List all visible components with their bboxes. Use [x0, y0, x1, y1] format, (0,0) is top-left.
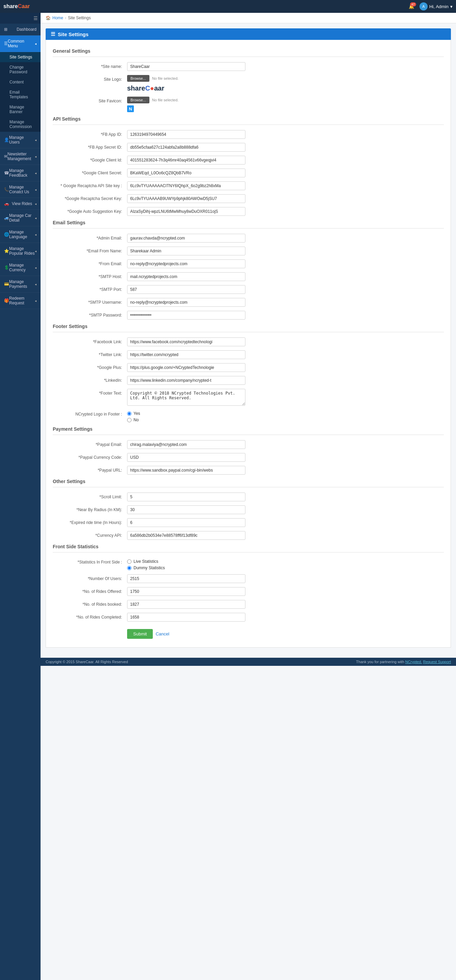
google-auto-suggestion-label: *Google Auto Suggestion Key:: [53, 207, 127, 214]
smtp-host-input[interactable]: [127, 272, 246, 281]
paypal-email-input[interactable]: [127, 440, 246, 449]
sub-item-site-settings[interactable]: Site Settings: [0, 52, 41, 62]
near-by-radius-row: *Near By Radius (In KM):: [53, 505, 444, 514]
sidebar-item-currency[interactable]: 💲 Manage Currency ◂: [0, 259, 41, 276]
rides-completed-input[interactable]: [127, 613, 246, 622]
sub-item-email-templates[interactable]: Email Templates: [0, 87, 41, 102]
email-from-name-input[interactable]: [127, 247, 246, 255]
sidebar-label-newsletter: Newsletter Management: [8, 152, 35, 161]
rides-booked-label: *No. of Rides booked:: [53, 600, 127, 607]
sub-item-content[interactable]: Content: [0, 77, 41, 87]
sidebar-label-feedback: Manage FeedBack: [9, 168, 35, 178]
browse-favicon-button[interactable]: Browse...: [127, 97, 150, 103]
main-content: 🏠 Home › Site Settings ☰ Site Settings G…: [41, 13, 456, 980]
sub-item-change-password[interactable]: Change Password: [0, 62, 41, 77]
user-menu-button[interactable]: A Hi, Admin ▾: [419, 2, 453, 11]
stats-in-front-row: *Statistics In Front Side : Live Statist…: [53, 558, 444, 570]
notification-button[interactable]: 🔔 47: [409, 4, 415, 9]
google-recaptcha-secret-input[interactable]: [127, 194, 246, 203]
payments-icon: 💳: [4, 282, 9, 286]
email-settings-title: Email Settings: [53, 220, 444, 229]
sub-item-manage-commission[interactable]: Manage Commission: [0, 117, 41, 132]
ncrypted-logo-no-radio[interactable]: [127, 418, 131, 422]
sub-item-manage-banner[interactable]: Manage Banner: [0, 102, 41, 117]
linkedin-input[interactable]: [127, 376, 246, 385]
sidebar-item-car-detail[interactable]: 🚙 Manage Car Detail ◂: [0, 210, 41, 226]
rides-offered-input[interactable]: [127, 587, 246, 596]
google-client-id-input[interactable]: [127, 156, 246, 164]
sidebar-toggle[interactable]: ☰: [0, 13, 41, 24]
site-logo-row: Site Logo: Browse... No file selected. s…: [53, 75, 444, 92]
smtp-port-label: *SMTP Port:: [53, 285, 127, 292]
admin-email-input[interactable]: [127, 234, 246, 243]
paypal-currency-input[interactable]: [127, 453, 246, 462]
sidebar-item-redeem[interactable]: 🎁 Redeem Request ◂: [0, 293, 41, 309]
google-client-secret-input[interactable]: [127, 169, 246, 177]
site-name-input[interactable]: [127, 62, 246, 71]
newsletter-icon: ✉: [4, 154, 8, 159]
from-email-label: *From Email:: [53, 259, 127, 266]
sidebar-item-newsletter[interactable]: ✉ Newsletter Management ◂: [0, 148, 41, 165]
fb-app-secret-input[interactable]: [127, 143, 246, 152]
fb-app-id-input[interactable]: [127, 130, 246, 139]
sidebar-item-manage-users[interactable]: 👤 Manage Users ◂: [0, 132, 41, 148]
dropdown-icon: ▾: [450, 4, 453, 9]
sidebar-item-language[interactable]: 🌐 Manage Language ◂: [0, 226, 41, 243]
ncrypted-link[interactable]: NCrypted.: [405, 660, 422, 664]
google-recaptcha-api-row: * Google Recaptcha API Site key :: [53, 181, 444, 190]
smtp-password-input[interactable]: [127, 311, 246, 320]
ncrypted-logo-yes-option[interactable]: Yes: [127, 411, 140, 416]
sidebar-item-feedback[interactable]: ☎ Manage FeedBack ◂: [0, 165, 41, 181]
num-users-input[interactable]: [127, 574, 246, 583]
scroll-limit-input[interactable]: [127, 493, 246, 501]
yes-label: Yes: [134, 411, 140, 416]
breadcrumb-home[interactable]: Home: [53, 16, 63, 20]
live-stats-label: Live Statistics: [134, 559, 158, 564]
sidebar-item-dashboard[interactable]: ⊞ Dashboard: [0, 24, 41, 35]
sidebar-item-popular-rides[interactable]: ⭐ Manage Popular Rides ◂: [0, 243, 41, 259]
ncrypted-logo-yes-radio[interactable]: [127, 412, 131, 416]
twitter-link-input[interactable]: [127, 350, 246, 359]
sidebar-item-common-menu[interactable]: ☰ Common Menu ◂: [0, 35, 41, 52]
site-favicon-upload: Browse... No file selected. N: [127, 97, 179, 112]
from-email-input[interactable]: [127, 259, 246, 268]
chevron-icon-popular-rides: ◂: [35, 249, 37, 253]
submit-button[interactable]: Submit: [127, 629, 153, 639]
browse-logo-button[interactable]: Browse...: [127, 75, 150, 82]
live-stats-radio[interactable]: [127, 559, 131, 564]
near-by-radius-input[interactable]: [127, 505, 246, 514]
facebook-link-input[interactable]: [127, 337, 246, 346]
cancel-button[interactable]: Cancel: [156, 632, 169, 636]
live-stats-option[interactable]: Live Statistics: [127, 559, 165, 564]
google-recaptcha-api-input[interactable]: [127, 181, 246, 190]
smtp-port-input[interactable]: [127, 285, 246, 294]
paypal-url-input[interactable]: [127, 466, 246, 475]
top-navbar: shareCaar 🔔 47 A Hi, Admin ▾: [0, 0, 456, 13]
ncrypted-logo-label: NCrypted Logo in Footer :: [53, 410, 127, 417]
sidebar-label-manage-users: Manage Users: [9, 135, 35, 145]
ncrypted-logo-options: Yes No: [127, 410, 140, 422]
chevron-icon-newsletter: ◂: [35, 155, 37, 158]
dummy-stats-radio[interactable]: [127, 566, 131, 570]
smtp-username-input[interactable]: [127, 298, 246, 307]
expired-ride-input[interactable]: [127, 518, 246, 527]
rides-booked-input[interactable]: [127, 600, 246, 609]
rides-completed-label: *No. of Rides Completed:: [53, 613, 127, 620]
google-plus-input[interactable]: [127, 363, 246, 372]
google-client-secret-row: *Google Client Secret:: [53, 169, 444, 177]
smtp-host-label: *SMTP Host:: [53, 272, 127, 279]
sidebar-item-payments[interactable]: 💳 Manage Payments ◂: [0, 276, 41, 293]
currency-api-input[interactable]: [127, 531, 246, 540]
dummy-stats-option[interactable]: Dummy Statistics: [127, 565, 165, 570]
sidebar-item-view-rides[interactable]: 🚗 View Rides ◂: [0, 198, 41, 210]
site-name-label: *Site name:: [53, 62, 127, 69]
request-support-link[interactable]: Request Support: [423, 660, 451, 664]
email-from-name-row: *Email From Name:: [53, 247, 444, 255]
stats-in-front-label: *Statistics In Front Side :: [53, 558, 127, 565]
footer-text-input[interactable]: Copyright © 2018 NCrypted Technologies P…: [127, 389, 246, 406]
sidebar-item-contact[interactable]: 📞 Manage Conatct Us ◂: [0, 181, 41, 198]
front-stats-title: Front Side Statistics: [53, 544, 444, 553]
ncrypted-logo-no-option[interactable]: No: [127, 418, 140, 422]
scroll-limit-row: *Scroll Limit:: [53, 493, 444, 501]
google-auto-suggestion-input[interactable]: [127, 207, 246, 216]
